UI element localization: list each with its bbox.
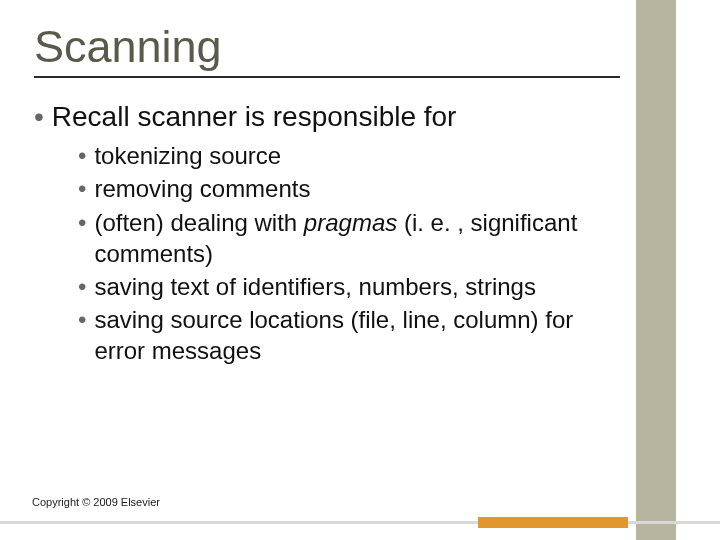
- sub-bullets: • tokenizing source • removing comments …: [78, 140, 610, 366]
- bullet-level-2: • (often) dealing with pragmas (i. e. , …: [78, 207, 610, 269]
- bullet-text: (often) dealing with pragmas (i. e. , si…: [94, 207, 610, 269]
- bullet-icon: •: [78, 140, 86, 171]
- bullet-icon: •: [34, 100, 44, 134]
- slide: Scanning • Recall scanner is responsible…: [0, 0, 720, 540]
- bullet-text: saving source locations (file, line, col…: [94, 304, 610, 366]
- bullet-text: removing comments: [94, 173, 610, 204]
- bottom-accent: [478, 517, 628, 528]
- text-run-italic: pragmas: [304, 209, 397, 236]
- bullet-level-2: • saving text of identifiers, numbers, s…: [78, 271, 610, 302]
- bullet-icon: •: [78, 173, 86, 204]
- bullet-text: Recall scanner is responsible for: [52, 100, 457, 134]
- bullet-text: saving text of identifiers, numbers, str…: [94, 271, 610, 302]
- bullet-level-1: • Recall scanner is responsible for: [34, 100, 610, 134]
- side-stripe: [636, 0, 676, 540]
- slide-title: Scanning: [34, 22, 620, 78]
- content-area: • Recall scanner is responsible for • to…: [34, 100, 610, 368]
- bullet-text: tokenizing source: [94, 140, 610, 171]
- text-run: (often) dealing with: [94, 209, 303, 236]
- bullet-icon: •: [78, 271, 86, 302]
- bullet-level-2: • tokenizing source: [78, 140, 610, 171]
- bullet-icon: •: [78, 304, 86, 366]
- bullet-level-2: • removing comments: [78, 173, 610, 204]
- bullet-icon: •: [78, 207, 86, 269]
- copyright-text: Copyright © 2009 Elsevier: [32, 496, 160, 508]
- bullet-level-2: • saving source locations (file, line, c…: [78, 304, 610, 366]
